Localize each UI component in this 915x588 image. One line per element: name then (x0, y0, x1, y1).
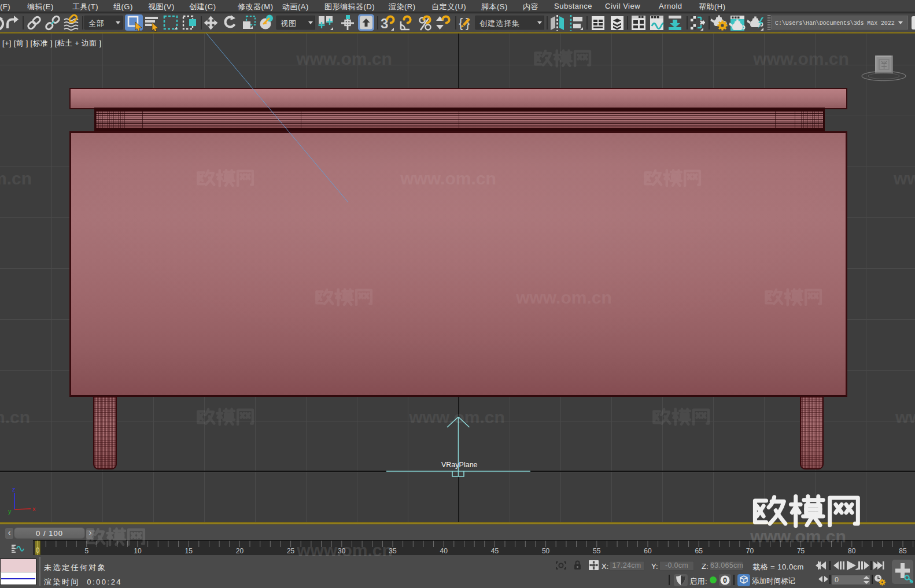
svg-text:www.om.cn: www.om.cn (408, 408, 505, 427)
svg-text:5: 5 (84, 547, 88, 555)
svg-text:www.om.cn: www.om.cn (296, 49, 392, 68)
svg-text:10: 10 (134, 547, 142, 555)
svg-text:20: 20 (236, 547, 244, 555)
svg-text:45: 45 (491, 547, 499, 555)
svg-text:85: 85 (899, 547, 907, 555)
svg-text:40: 40 (440, 547, 448, 555)
svg-text:www.om.cn: www.om.cn (400, 169, 496, 188)
svg-text:www.o: www.o (895, 408, 915, 427)
svg-text:www.om.cn: www.om.cn (515, 288, 612, 307)
svg-text:25: 25 (287, 547, 295, 555)
svg-text:{: { (459, 16, 463, 30)
svg-text:om.cn: om.cn (0, 408, 30, 427)
svg-text:60: 60 (644, 547, 652, 555)
svg-text:om.cn: om.cn (0, 169, 32, 188)
svg-text:35: 35 (389, 547, 397, 555)
svg-text:80: 80 (848, 547, 856, 555)
svg-text:0: 0 (723, 576, 727, 585)
svg-text:70: 70 (746, 547, 754, 555)
svg-text:15: 15 (185, 547, 193, 555)
svg-text:55: 55 (593, 547, 601, 555)
svg-text:50: 50 (542, 547, 550, 555)
svg-text:30: 30 (338, 547, 346, 555)
svg-text:www.om.cn: www.om.cn (752, 49, 849, 68)
svg-text:75: 75 (797, 547, 805, 555)
svg-text:www.: www. (893, 169, 915, 188)
svg-text:65: 65 (695, 547, 703, 555)
